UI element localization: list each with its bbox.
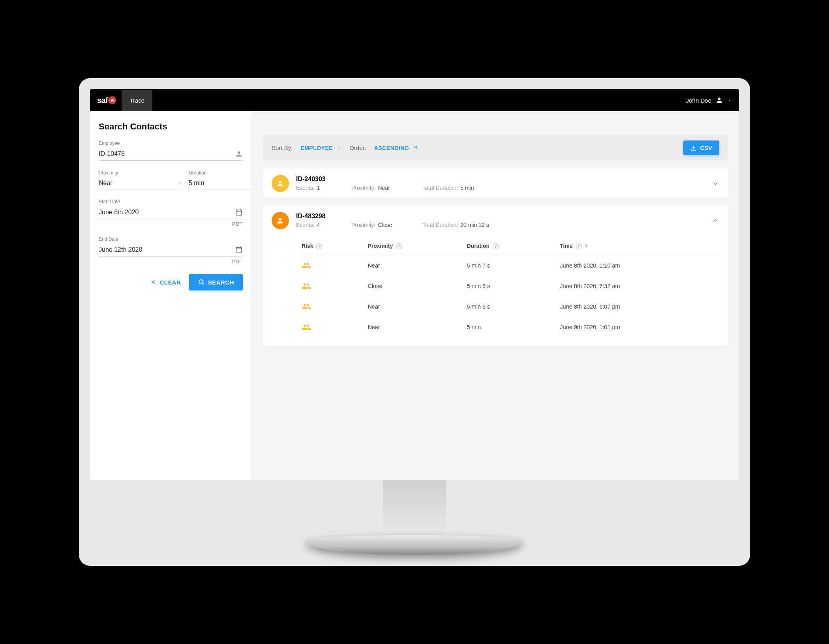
- logo-prefix: saf: [97, 96, 108, 105]
- person-icon: [235, 150, 243, 158]
- event-row: Near 5 min June 9th 2020, 1:01 pm: [298, 317, 719, 337]
- event-time: June 8th 2020, 1:10 am: [557, 255, 719, 276]
- calendar-icon[interactable]: [235, 246, 243, 254]
- monitor-stand-neck: [383, 480, 446, 535]
- person-icon: [715, 96, 723, 104]
- help-icon: ?: [316, 243, 322, 249]
- end-date-field: End Date PDT: [99, 236, 243, 264]
- event-proximity: Near: [364, 255, 463, 276]
- export-csv-button[interactable]: CSV: [683, 140, 719, 155]
- event-row: Near 5 min 6 s June 8th 2020, 6:07 pm: [298, 296, 719, 317]
- event-time: June 9th 2020, 1:01 pm: [557, 317, 719, 337]
- order-value: ASCENDING: [374, 145, 409, 151]
- arrow-up-icon: [583, 243, 589, 249]
- event-time: June 8th 2020, 6:07 pm: [557, 296, 719, 317]
- events-label: Events:: [296, 185, 315, 191]
- sidebar-search-contacts: Search Contacts Employee Proximity: [90, 111, 252, 480]
- chevron-down-icon: [337, 146, 341, 150]
- event-duration: 5 min 7 s: [463, 255, 557, 276]
- avatar: [272, 175, 289, 192]
- events-count: 1: [317, 185, 320, 191]
- event-row: Near 5 min 7 s June 8th 2020, 1:10 am: [298, 255, 719, 276]
- proximity-label: Proximity:: [351, 222, 375, 228]
- clear-button[interactable]: CLEAR: [150, 279, 181, 286]
- end-date-tz: PDT: [99, 259, 243, 264]
- chevron-down-icon: [727, 98, 732, 103]
- csv-label: CSV: [700, 144, 712, 151]
- user-name: John Doe: [686, 97, 711, 104]
- search-label: SEARCH: [208, 279, 234, 286]
- events-label: Events:: [296, 222, 315, 228]
- content: Search Contacts Employee Proximity: [90, 111, 739, 480]
- help-icon: ?: [493, 243, 499, 249]
- event-row: Close 5 min 6 s June 8th 2020, 7:32 am: [298, 276, 719, 296]
- col-duration: Duration ?: [463, 237, 557, 255]
- risk-icon: [298, 255, 364, 276]
- col-proximity: Proximity ?: [364, 237, 463, 255]
- sort-by-select[interactable]: EMPLOYEE: [300, 145, 341, 151]
- event-proximity: Close: [364, 276, 463, 296]
- proximity-field: Proximity: [99, 170, 182, 189]
- results-main: Sort By: EMPLOYEE Order: ASCENDING CSV: [252, 111, 739, 480]
- monitor-frame: safe Trace John Doe Search Contacts Empl…: [79, 78, 750, 566]
- total-duration-value: 5 min: [460, 185, 474, 191]
- logo: safe: [97, 96, 116, 105]
- employee-field: Employee: [99, 140, 243, 161]
- chevron-down-icon: [178, 181, 182, 185]
- calendar-icon[interactable]: [235, 208, 243, 216]
- event-duration: 5 min 6 s: [463, 276, 557, 296]
- sort-bar: Sort By: EMPLOYEE Order: ASCENDING CSV: [263, 135, 728, 161]
- avatar: [272, 212, 289, 229]
- events-count: 4: [317, 222, 320, 228]
- chevron-up-icon[interactable]: [711, 217, 719, 225]
- risk-icon: [298, 317, 364, 337]
- result-id: ID-240303: [296, 176, 704, 183]
- sort-by-value: EMPLOYEE: [300, 145, 333, 151]
- help-icon: ?: [576, 243, 582, 249]
- clear-label: CLEAR: [159, 279, 181, 286]
- arrow-up-icon: [413, 145, 419, 151]
- screen: safe Trace John Doe Search Contacts Empl…: [90, 89, 739, 480]
- monitor-stand-base: [306, 535, 523, 555]
- event-table: Risk ? Proximity ? Duration ? Time ? Nea…: [263, 236, 728, 346]
- close-icon: [150, 279, 156, 285]
- order-label: Order:: [349, 144, 366, 151]
- download-icon: [690, 145, 697, 151]
- event-duration: 5 min 6 s: [463, 296, 557, 317]
- end-date-label: End Date: [99, 236, 243, 242]
- svg-point-0: [199, 280, 203, 284]
- result-card-header[interactable]: ID-483298 Events:4 Proximity:Close Total…: [263, 206, 728, 236]
- start-date-input[interactable]: [99, 209, 235, 216]
- proximity-select[interactable]: [99, 177, 182, 189]
- result-id: ID-483298: [296, 213, 704, 220]
- topbar: safe Trace John Doe: [90, 89, 739, 111]
- event-proximity: Near: [364, 296, 463, 317]
- nav-trace[interactable]: Trace: [122, 90, 152, 111]
- result-card-header[interactable]: ID-240303 Events:1 Proximity:Near Total …: [263, 168, 728, 198]
- employee-label: Employee: [99, 140, 243, 146]
- chevron-down-icon[interactable]: [711, 180, 719, 187]
- result-card: ID-240303 Events:1 Proximity:Near Total …: [263, 168, 728, 198]
- logo-suffix-badge: e: [108, 96, 116, 104]
- total-duration-label: Total Duration:: [422, 185, 458, 191]
- proximity-value: Near: [378, 185, 390, 191]
- risk-icon: [298, 276, 364, 296]
- sort-by-label: Sort By:: [272, 144, 293, 151]
- help-icon: ?: [396, 243, 402, 249]
- start-date-label: Start Date: [99, 199, 243, 204]
- start-date-tz: PDT: [99, 221, 243, 227]
- proximity-value[interactable]: [99, 180, 178, 187]
- event-duration: 5 min: [463, 317, 557, 337]
- col-time[interactable]: Time ?: [557, 237, 719, 255]
- col-risk: Risk ?: [298, 237, 364, 255]
- search-button[interactable]: SEARCH: [189, 274, 243, 290]
- sidebar-title: Search Contacts: [99, 122, 243, 132]
- end-date-input[interactable]: [99, 246, 235, 253]
- event-time: June 8th 2020, 7:32 am: [557, 276, 719, 296]
- search-icon: [198, 279, 205, 286]
- start-date-field: Start Date PDT: [99, 199, 243, 227]
- employee-input[interactable]: [99, 150, 235, 157]
- user-menu[interactable]: John Doe: [686, 96, 732, 104]
- order-select[interactable]: ASCENDING: [374, 145, 420, 151]
- result-card: ID-483298 Events:4 Proximity:Close Total…: [263, 206, 728, 346]
